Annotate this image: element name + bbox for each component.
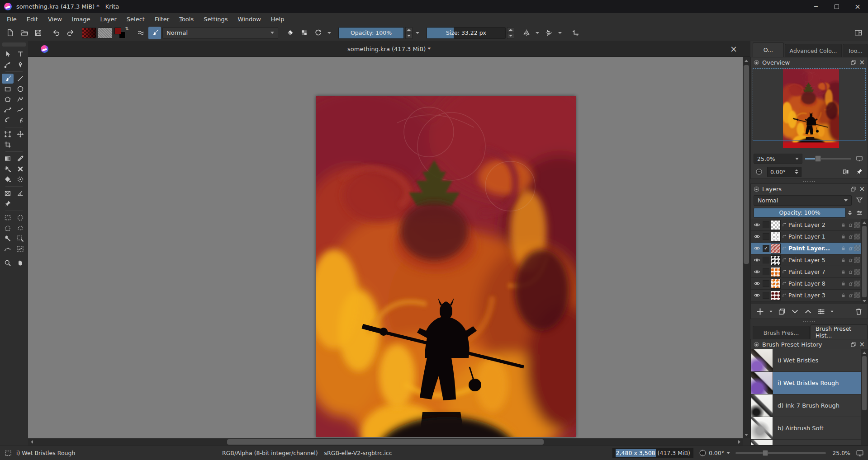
inherit-alpha-icon[interactable]	[854, 245, 860, 251]
scroll-thumb[interactable]	[862, 226, 867, 297]
layer-checkbox[interactable]	[763, 268, 769, 275]
tool-text[interactable]	[14, 49, 26, 59]
docker-tab-advanced-color[interactable]: Advanced Colo...	[785, 44, 842, 57]
brush-preset-item[interactable]: d) Ink-4 Pen Rough	[751, 440, 861, 445]
add-layer-button[interactable]	[755, 306, 765, 316]
canvas-horizontal-scrollbar[interactable]	[28, 438, 743, 446]
tool-freehand-path[interactable]	[14, 105, 26, 115]
tool-smart-patch[interactable]	[14, 164, 26, 174]
scroll-right-icon[interactable]	[735, 438, 743, 446]
alpha-lock-icon[interactable]: α	[848, 257, 852, 263]
layer-lock-icon[interactable]	[840, 281, 846, 286]
alpha-lock-icon[interactable]: α	[848, 280, 852, 287]
zoom-slider-thumb[interactable]	[763, 450, 768, 456]
choose-brush-preset-button[interactable]	[148, 27, 161, 39]
image-size-field[interactable]: 2,480 x 3,508 (417.3 MiB)	[612, 448, 693, 458]
opacity-caret[interactable]	[414, 27, 421, 39]
tool-measure[interactable]	[14, 188, 26, 198]
tool-polygonal-select[interactable]	[2, 223, 14, 233]
layer-checkbox[interactable]	[763, 221, 769, 228]
zoom-slider[interactable]	[805, 158, 851, 160]
overview-preview[interactable]	[751, 67, 868, 152]
menu-settings[interactable]: Settings	[199, 14, 232, 24]
maximize-button[interactable]	[826, 0, 847, 13]
layer-row[interactable]: Paint Layer 5 α	[751, 254, 861, 266]
opacity-slider[interactable]: Opacity: 100%	[338, 27, 404, 39]
tool-rectangle[interactable]	[2, 84, 14, 94]
scroll-up-icon[interactable]	[743, 57, 750, 64]
save-button[interactable]	[32, 27, 44, 39]
menu-edit[interactable]: Edit	[22, 14, 43, 24]
layer-opacity-slider[interactable]: Opacity: 100%	[754, 208, 846, 218]
alpha-lock-icon[interactable]: α	[848, 292, 852, 299]
layer-lock-icon[interactable]	[840, 245, 846, 251]
brush-preset-item[interactable]: d) Ink-7 Brush Rough	[751, 394, 861, 417]
zoom-slider-thumb[interactable]	[815, 155, 821, 162]
tool-freehand-select[interactable]	[14, 223, 26, 233]
eraser-mode-button[interactable]	[284, 27, 296, 39]
reload-caret[interactable]	[326, 27, 333, 39]
layer-visibility-icon[interactable]	[752, 221, 761, 228]
tool-ellipse-select[interactable]	[14, 213, 26, 223]
scroll-thumb[interactable]	[862, 356, 867, 410]
docker-tab-overview[interactable]: O...	[753, 42, 784, 57]
float-docker-icon[interactable]	[850, 186, 856, 192]
tool-assistants[interactable]	[2, 188, 14, 198]
layer-visibility-icon[interactable]	[752, 292, 761, 299]
scroll-left-icon[interactable]	[28, 438, 35, 446]
tool-pan[interactable]	[14, 258, 26, 268]
menu-layer[interactable]: Layer	[95, 14, 122, 24]
tool-bezier-select[interactable]	[14, 244, 26, 254]
reset-rotation-button[interactable]	[754, 166, 764, 177]
minimize-button[interactable]: ─	[806, 0, 826, 13]
tool-contiguous-select[interactable]	[2, 234, 14, 244]
selection-status-icon[interactable]	[4, 449, 12, 457]
tool-ellipse[interactable]	[14, 84, 26, 94]
menu-filter[interactable]: Filter	[150, 14, 174, 24]
docker-tab-tool-options[interactable]: Too...	[843, 44, 868, 57]
tool-magnetic-select[interactable]	[2, 244, 14, 254]
alpha-lock-icon[interactable]: α	[848, 268, 852, 275]
fit-to-screen-button[interactable]	[854, 153, 865, 164]
layer-row[interactable]: ✓ Paint Layer... α	[751, 243, 861, 254]
layer-row[interactable]: Paint Layer 1 α	[751, 231, 861, 243]
duplicate-layer-button[interactable]	[777, 306, 787, 316]
inherit-alpha-icon[interactable]	[854, 292, 860, 298]
layer-lock-icon[interactable]	[840, 292, 846, 298]
tool-dynamic-brush[interactable]	[2, 115, 14, 125]
menu-image[interactable]: Image	[67, 14, 95, 24]
layer-visibility-icon[interactable]	[752, 280, 761, 287]
inherit-alpha-icon[interactable]	[854, 281, 860, 286]
preserve-alpha-button[interactable]	[298, 27, 310, 39]
canvas-vertical-scrollbar[interactable]	[743, 57, 750, 438]
layer-row[interactable]: Paint Layer 8 α	[751, 278, 861, 290]
close-docker-icon[interactable]: ×	[859, 341, 865, 348]
tool-reference-images[interactable]	[2, 199, 14, 209]
layer-visibility-icon[interactable]	[752, 257, 761, 263]
layer-lock-icon[interactable]	[840, 257, 846, 263]
menu-view[interactable]: View	[43, 14, 67, 24]
tool-select-shapes[interactable]	[2, 49, 14, 59]
lock-icon[interactable]	[754, 60, 759, 66]
layer-blend-mode-dropdown[interactable]: Normal	[754, 195, 852, 206]
layer-list-scrollbar[interactable]	[861, 219, 868, 304]
pattern-swatch[interactable]	[98, 28, 112, 38]
layer-checkbox[interactable]	[763, 233, 769, 240]
layer-checkbox[interactable]	[763, 292, 769, 299]
layer-properties-caret[interactable]	[829, 306, 835, 316]
layer-options-button[interactable]	[854, 207, 865, 218]
document-close-icon[interactable]: ×	[730, 45, 737, 53]
artwork-canvas[interactable]	[316, 96, 576, 437]
tool-gradient[interactable]	[2, 154, 14, 164]
redo-button[interactable]	[64, 27, 76, 39]
foreground-background-colors[interactable]: ⇅	[114, 27, 129, 39]
canvas-angle-selector[interactable]: 0.00°	[699, 449, 730, 457]
tool-zoom[interactable]	[2, 258, 14, 268]
undo-button[interactable]	[50, 27, 62, 39]
edit-brush-settings-button[interactable]	[134, 27, 147, 39]
wrap-around-button[interactable]	[569, 27, 582, 39]
tool-line[interactable]	[14, 74, 26, 84]
docker-splitter[interactable]	[750, 319, 868, 324]
tab-brush-preset-history[interactable]: Brush Preset Hist...	[811, 324, 868, 339]
layer-lock-icon[interactable]	[840, 269, 846, 275]
